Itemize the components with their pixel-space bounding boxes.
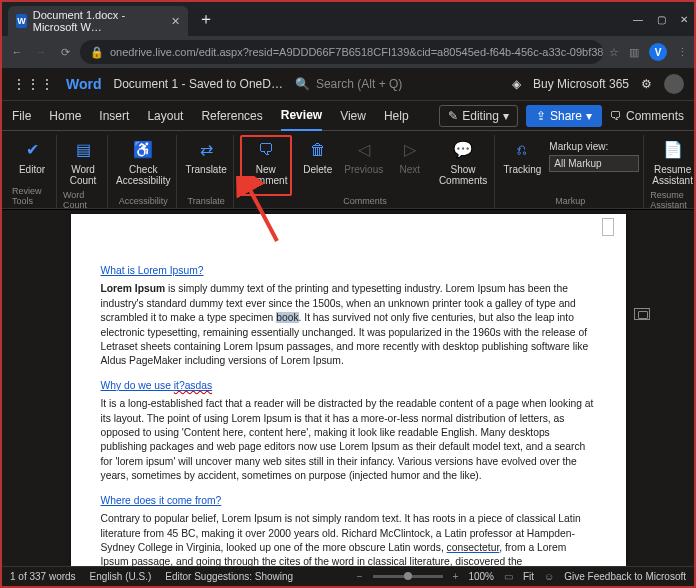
previous-comment-button: ◁Previous (344, 135, 384, 196)
profile-avatar[interactable]: V (649, 43, 667, 61)
editor-icon: ✔︎ (21, 139, 43, 161)
lock-icon: 🔒 (90, 46, 104, 59)
window-controls: — ▢ ✕ (633, 14, 688, 25)
document-page[interactable]: What is Lorem Ipsum? Lorem Ipsum is simp… (71, 214, 626, 566)
user-avatar[interactable] (664, 74, 684, 94)
max-icon[interactable]: ▢ (657, 14, 666, 25)
new-comment-icon: 🗨 (255, 139, 277, 161)
translate-button[interactable]: ⇄Translate (183, 135, 228, 196)
tab-references[interactable]: References (201, 109, 262, 123)
word-icon: W (16, 14, 27, 28)
tab-insert[interactable]: Insert (99, 109, 129, 123)
zoom-value[interactable]: 100% (468, 571, 494, 582)
word-header: ⋮⋮⋮ Word Document 1 - Saved to OneD… 🔍 S… (2, 68, 694, 101)
word-count-status[interactable]: 1 of 337 words (10, 571, 76, 582)
paragraph-3[interactable]: Contrary to popular belief, Lorem Ipsum … (101, 512, 596, 566)
buy-link[interactable]: Buy Microsoft 365 (533, 77, 629, 91)
show-comments-icon: 💬 (452, 139, 474, 161)
resume-icon: 📄 (662, 139, 684, 161)
paragraph-1[interactable]: Lorem Ipsum is simply dummy text of the … (101, 282, 596, 368)
show-comments-button[interactable]: 💬Show Comments (436, 135, 491, 196)
editing-mode-button[interactable]: ✎ Editing ▾ (439, 105, 518, 127)
forward-icon: → (32, 46, 50, 58)
url-field[interactable]: 🔒 onedrive.live.com/edit.aspx?resid=A9DD… (80, 40, 603, 64)
markup-view-block: Markup view: All Markup (549, 135, 639, 196)
share-icon[interactable]: ☆ (609, 46, 619, 59)
zoom-in-icon[interactable]: + (453, 571, 459, 582)
translate-icon: ⇄ (195, 139, 217, 161)
page-corner-tag (602, 218, 614, 236)
ribbon-body: ✔︎Editor Review Tools ▤Word Count Word C… (2, 131, 694, 209)
comments-button[interactable]: 🗨 Comments (610, 109, 684, 123)
fit-label[interactable]: Fit (523, 571, 534, 582)
document-canvas: What is Lorem Ipsum? Lorem Ipsum is simp… (2, 210, 694, 566)
doc-title[interactable]: Document 1 - Saved to OneD… (114, 77, 283, 91)
editor-suggestions-status[interactable]: Editor Suggestions: Showing (165, 571, 293, 582)
new-comment-button[interactable]: 🗨New Comment (240, 135, 292, 196)
diamond-icon: ◈ (512, 77, 521, 91)
status-bar: 1 of 337 words English (U.S.) Editor Sug… (2, 566, 694, 586)
min-icon[interactable]: — (633, 14, 643, 25)
zoom-out-icon[interactable]: − (357, 571, 363, 582)
search-box[interactable]: 🔍 Search (Alt + Q) (295, 77, 500, 91)
search-placeholder: Search (Alt + Q) (316, 77, 402, 91)
accessibility-button[interactable]: ♿Check Accessibility (114, 135, 172, 196)
zoom-slider[interactable] (373, 575, 443, 578)
app-launcher-icon[interactable]: ⋮⋮⋮ (12, 76, 54, 92)
tab-close-icon[interactable]: ✕ (171, 15, 180, 28)
word-count-icon: ▤ (72, 139, 94, 161)
tab-view[interactable]: View (340, 109, 366, 123)
tab-title: Document 1.docx - Microsoft W… (33, 9, 159, 33)
feedback-link[interactable]: Give Feedback to Microsoft (564, 571, 686, 582)
markup-select[interactable]: All Markup (549, 155, 639, 172)
ribbon-tabs: File Home Insert Layout References Revie… (2, 101, 694, 131)
url-text: onedrive.live.com/edit.aspx?resid=A9DDD6… (110, 46, 603, 58)
tab-layout[interactable]: Layout (147, 109, 183, 123)
feedback-icon: ☺ (544, 571, 554, 582)
settings-icon[interactable]: ⚙ (641, 77, 652, 91)
browser-addressbar: ← → ⟳ 🔒 onedrive.live.com/edit.aspx?resi… (2, 36, 694, 68)
editor-button[interactable]: ✔︎Editor (12, 135, 52, 186)
delete-icon: 🗑 (307, 139, 329, 161)
paragraph-2[interactable]: It is a long-established fact that a rea… (101, 397, 596, 483)
fit-icon[interactable]: ▭ (504, 571, 513, 582)
extensions-icon[interactable]: ▥ (629, 46, 639, 59)
browser-menu-icon[interactable]: ⋮ (677, 46, 688, 59)
close-icon[interactable]: ✕ (680, 14, 688, 25)
word-count-button[interactable]: ▤Word Count (63, 135, 103, 190)
heading-link-3[interactable]: Where does it come from? (101, 494, 596, 508)
back-icon[interactable]: ← (8, 46, 26, 58)
new-tab-button[interactable]: ＋ (198, 9, 214, 30)
browser-titlebar: W Document 1.docx - Microsoft W… ✕ ＋ — ▢… (2, 2, 694, 36)
resume-assistant-button[interactable]: 📄Resume Assistant (650, 135, 695, 190)
tracking-icon: ⎌ (511, 139, 533, 161)
reload-icon[interactable]: ⟳ (56, 46, 74, 59)
selected-text: book (276, 312, 298, 323)
tracking-button[interactable]: ⎌Tracking (501, 135, 543, 196)
word-brand[interactable]: Word (66, 76, 102, 92)
share-button[interactable]: ⇪ Share ▾ (526, 105, 602, 127)
next-icon: ▷ (399, 139, 421, 161)
search-icon: 🔍 (295, 77, 310, 91)
accessibility-icon: ♿ (132, 139, 154, 161)
browser-tab[interactable]: W Document 1.docx - Microsoft W… ✕ (8, 6, 188, 36)
comment-marker[interactable] (634, 308, 650, 320)
next-comment-button: ▷Next (390, 135, 430, 196)
tab-review[interactable]: Review (281, 108, 322, 124)
prev-icon: ◁ (353, 139, 375, 161)
tab-file[interactable]: File (12, 109, 31, 123)
tab-home[interactable]: Home (49, 109, 81, 123)
delete-comment-button[interactable]: 🗑Delete (298, 135, 338, 196)
language-status[interactable]: English (U.S.) (90, 571, 152, 582)
tab-help[interactable]: Help (384, 109, 409, 123)
heading-link-1[interactable]: What is Lorem Ipsum? (101, 264, 596, 278)
heading-link-2[interactable]: Why do we use it?asdas (101, 379, 596, 393)
